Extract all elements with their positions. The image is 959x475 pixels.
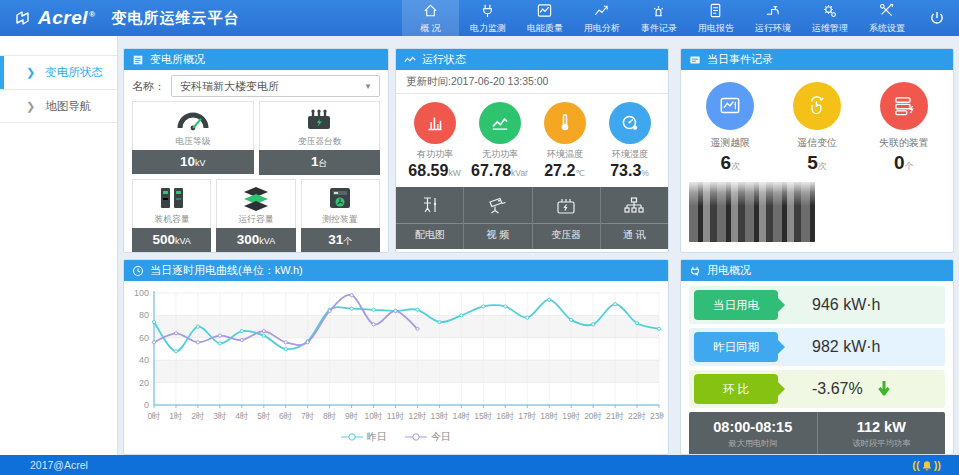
card-running-capacity: 运行容量 300kVA [216, 179, 295, 253]
nav-item-event-record[interactable]: 事件记录 [630, 0, 687, 36]
layers-icon [241, 183, 271, 213]
panel-today-events: 当日事件记录 遥测越限 6次 遥信变位 [680, 48, 954, 253]
list-icon [132, 54, 144, 66]
brand: Acrel® 变电所运维云平台 [0, 0, 300, 36]
value-bar: 500kVA [132, 228, 211, 252]
caret-down-icon: ▼ [364, 82, 372, 91]
sidebar-item-map-navigation[interactable]: ❯ 地图导航 [0, 89, 117, 123]
main-content: 变电所概况 名称： 安科瑞新大楼变电所 ▼ 电压等级 [118, 36, 959, 455]
usage-chart: 0204060801000时1时2时3时4时5时6时7时8时9时10时11时12… [128, 285, 664, 425]
power-icon [928, 9, 946, 27]
value-bar: 300kVA [216, 228, 295, 252]
svg-text:5时: 5时 [257, 411, 270, 421]
station-name-label: 名称： [132, 79, 165, 94]
registered-mark: ® [89, 10, 95, 19]
legend-item[interactable]: 今日 [405, 430, 451, 444]
tools-icon [878, 2, 895, 19]
nav-item-usage-analysis[interactable]: 用电分析 [573, 0, 630, 36]
nav-item-operation-mgmt[interactable]: 运维管理 [801, 0, 858, 36]
report-icon [707, 2, 724, 19]
touch-gesture-icon [793, 82, 841, 130]
usage-value: -3.67% [778, 380, 945, 398]
home-icon [422, 2, 439, 19]
nav-item-power-monitor[interactable]: 电力监测 [459, 0, 516, 36]
communication-button[interactable]: 通 讯 [600, 187, 668, 249]
card-voltage-level: 电压等级 10kV [132, 101, 254, 175]
svg-text:3时: 3时 [213, 411, 226, 421]
usage-row-yesterday: 昨日同期 982 kW·h [689, 328, 945, 366]
usage-value: 982 kW·h [778, 338, 945, 356]
panel-running-status: 运行状态 更新时间:2017-06-20 13:35:00 有功功率 68.59… [395, 48, 669, 253]
camera-icon [486, 194, 510, 220]
sidebar: ❯ 变电所状态 ❯ 地图导航 [0, 36, 118, 455]
acrel-logo-icon [14, 9, 32, 27]
chart-legend: 昨日今日 [128, 428, 664, 446]
svg-text:4时: 4时 [235, 411, 248, 421]
circuit-icon [419, 194, 441, 220]
svg-text:14时: 14时 [452, 411, 470, 421]
card-installed-capacity: 装机容量 500kVA [132, 179, 211, 253]
svg-text:7时: 7时 [301, 411, 314, 421]
trend-up-icon [479, 102, 521, 144]
svg-text:13时: 13时 [430, 411, 448, 421]
copyright: 2017@Acrel [30, 459, 88, 471]
plug-icon [479, 2, 496, 19]
svg-text:19时: 19时 [562, 411, 580, 421]
svg-text:20时: 20时 [584, 411, 602, 421]
pulse-icon [404, 54, 416, 66]
stat-active-power: 有功功率 68.59kW [402, 102, 467, 180]
usage-row-today: 当日用电 946 kW·h [689, 286, 945, 324]
transformer-button[interactable]: 变压器 [532, 187, 600, 249]
svg-text:16时: 16时 [496, 411, 514, 421]
record-icon [689, 54, 701, 66]
svg-text:20: 20 [139, 378, 149, 388]
distribution-diagram-button[interactable]: 配电图 [396, 187, 463, 249]
cabinet-icon [158, 183, 186, 213]
value-bar: 1台 [259, 150, 381, 175]
card-transformer-count: 变压器台数 1台 [259, 101, 381, 175]
main-nav: 概 况 电力监测 电能质量 用电分析 事件记录 用电报告 运行环境 运维管理 [402, 0, 959, 36]
svg-text:23时: 23时 [650, 411, 664, 421]
legend-item[interactable]: 昨日 [341, 430, 387, 444]
svg-text:18时: 18时 [540, 411, 558, 421]
chevron-right-icon: ❯ [26, 66, 35, 79]
nav-item-usage-report[interactable]: 用电报告 [687, 0, 744, 36]
station-select[interactable]: 安科瑞新大楼变电所 ▼ [171, 75, 380, 97]
meter-icon [327, 183, 353, 213]
page-footer: 2017@Acrel (()) [0, 455, 959, 475]
svg-text:2时: 2时 [191, 411, 204, 421]
usage-value: 946 kW·h [778, 296, 945, 314]
stat-ambient-humidity: 环境湿度 73.3% [597, 102, 662, 180]
svg-text:17时: 17时 [518, 411, 536, 421]
svg-text:9时: 9时 [345, 411, 358, 421]
usage-peak-bar: 08:00-08:15 最大用电时间 112 kW 该时段平均功率 [689, 412, 945, 455]
svg-text:10时: 10时 [365, 411, 383, 421]
transformer-icon [302, 105, 336, 135]
network-cables-photo[interactable] [820, 182, 946, 242]
nav-item-power-quality[interactable]: 电能质量 [516, 0, 573, 36]
app-title: 变电所运维云平台 [111, 9, 239, 28]
nav-item-environment[interactable]: 运行环境 [744, 0, 801, 36]
alarm-bell-icon[interactable]: (()) [912, 459, 941, 472]
value-bar: 10kV [132, 150, 254, 174]
plug-small-icon [689, 265, 701, 277]
nav-item-system-settings[interactable]: 系统设置 [858, 0, 915, 36]
event-telemetry-overlimit: 遥测越限 6次 [687, 82, 774, 174]
nav-item-overview[interactable]: 概 况 [402, 0, 459, 36]
sidebar-item-substation-status[interactable]: ❯ 变电所状态 [0, 55, 117, 89]
histogram-icon [414, 102, 456, 144]
svg-text:60: 60 [139, 333, 149, 343]
video-button[interactable]: 视 频 [463, 187, 531, 249]
chart-square-icon [536, 2, 553, 19]
card-measure-devices: 测控装置 31个 [301, 179, 380, 253]
svg-text:11时: 11时 [387, 411, 404, 421]
top-header: Acrel® 变电所运维云平台 概 况 电力监测 电能质量 用电分析 事件记录 … [0, 0, 959, 36]
server-room-photo[interactable] [689, 182, 815, 242]
svg-text:80: 80 [139, 310, 149, 320]
chevron-right-icon: ❯ [26, 100, 35, 113]
gauge-icon [175, 105, 211, 135]
logo-text: Acrel® [38, 7, 95, 29]
svg-text:12时: 12时 [408, 411, 426, 421]
svg-text:21时: 21时 [606, 411, 624, 421]
power-button[interactable] [915, 0, 959, 36]
